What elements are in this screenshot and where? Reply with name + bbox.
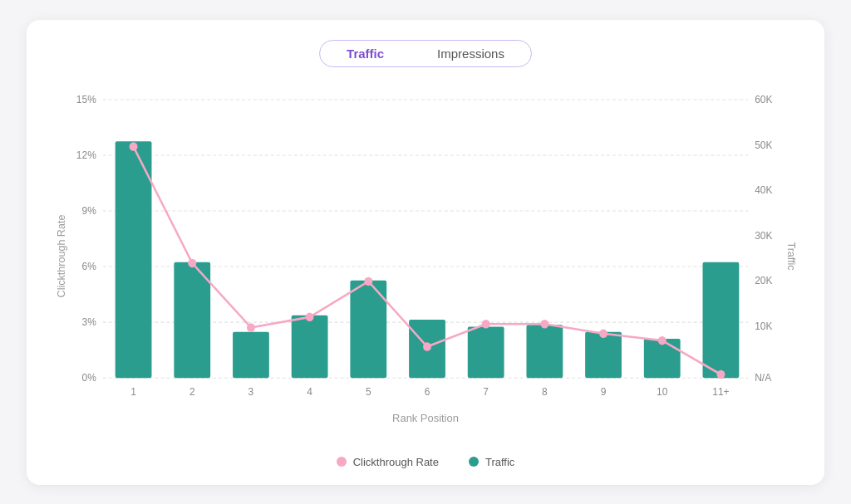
bar-1: [116, 141, 152, 378]
svg-text:1: 1: [130, 385, 136, 397]
bar-11: [703, 262, 740, 377]
legend-traffic: Traffic: [469, 456, 514, 468]
svg-text:60K: 60K: [755, 93, 773, 105]
svg-text:2: 2: [189, 385, 195, 397]
svg-text:10K: 10K: [755, 320, 773, 331]
ctr-dot-1: [130, 142, 138, 150]
legend-ctr: Clickthrough Rate: [337, 456, 439, 468]
legend-ctr-dot: [337, 457, 347, 467]
bar-8: [526, 325, 563, 378]
svg-text:9%: 9%: [82, 204, 96, 216]
bar-7: [468, 326, 504, 378]
legend-traffic-dot: [469, 457, 479, 467]
ctr-dot-11: [716, 369, 725, 378]
ctr-dot-8: [540, 320, 548, 328]
tab-impressions[interactable]: Impressions: [411, 41, 531, 66]
main-card: Traffic Impressions 15% 12% 9% 6% 3% 0% …: [27, 20, 824, 485]
svg-text:0%: 0%: [82, 372, 96, 384]
svg-text:5: 5: [366, 385, 371, 397]
ctr-dot-6: [423, 342, 431, 350]
svg-text:6%: 6%: [82, 261, 96, 272]
svg-text:7: 7: [483, 385, 489, 397]
svg-text:Rank Position: Rank Position: [392, 411, 459, 423]
svg-text:4: 4: [307, 385, 312, 397]
tab-traffic[interactable]: Traffic: [320, 41, 411, 66]
bar-4: [292, 315, 328, 377]
svg-text:Traffic: Traffic: [785, 242, 797, 270]
chart-area: 15% 12% 9% 6% 3% 0% Clickthrough Rate 60…: [53, 82, 798, 448]
ctr-dot-5: [364, 276, 372, 285]
ctr-dot-3: [247, 323, 255, 331]
ctr-dot-2: [188, 258, 196, 267]
svg-text:N/A: N/A: [755, 372, 772, 384]
svg-text:40K: 40K: [755, 183, 773, 195]
svg-text:3%: 3%: [82, 316, 96, 328]
svg-text:8: 8: [542, 385, 548, 397]
svg-text:Clickthrough Rate: Clickthrough Rate: [56, 214, 67, 297]
tab-group: Traffic Impressions: [319, 40, 532, 67]
legend-traffic-label: Traffic: [485, 456, 514, 468]
bar-3: [233, 331, 269, 378]
svg-text:12%: 12%: [76, 149, 96, 160]
ctr-dot-4: [306, 312, 314, 321]
svg-text:15%: 15%: [76, 93, 96, 105]
legend-ctr-label: Clickthrough Rate: [353, 456, 439, 468]
svg-text:30K: 30K: [755, 229, 773, 241]
legend: Clickthrough Rate Traffic: [337, 456, 515, 468]
bar-2: [174, 262, 210, 377]
bar-9: [585, 331, 622, 378]
ctr-dot-7: [482, 320, 490, 328]
svg-text:9: 9: [601, 385, 607, 397]
ctr-dot-9: [599, 329, 608, 337]
svg-text:10: 10: [657, 385, 667, 397]
ctr-dot-10: [658, 335, 667, 344]
svg-text:20K: 20K: [755, 274, 773, 286]
svg-text:11+: 11+: [712, 385, 729, 397]
svg-text:3: 3: [248, 385, 254, 397]
svg-text:50K: 50K: [755, 139, 773, 150]
chart-svg: 15% 12% 9% 6% 3% 0% Clickthrough Rate 60…: [53, 82, 798, 448]
svg-text:6: 6: [425, 385, 430, 397]
